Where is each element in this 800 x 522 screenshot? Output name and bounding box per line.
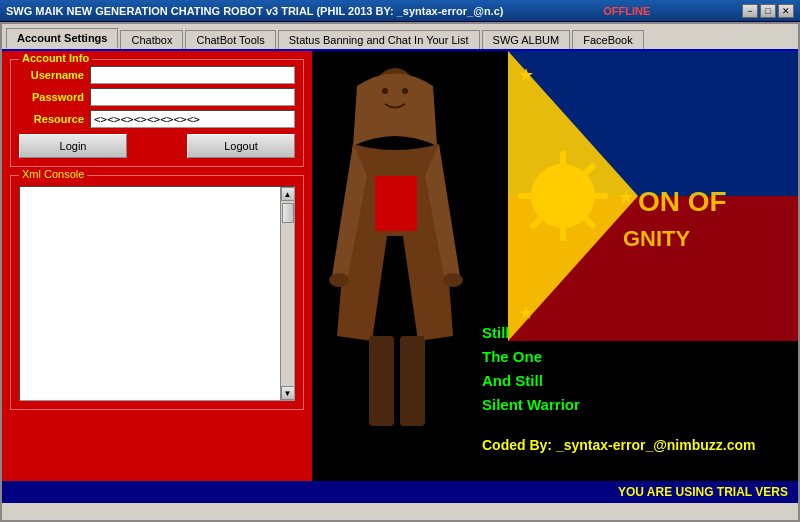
tab-account-settings[interactable]: Account Settings xyxy=(6,28,118,49)
svg-rect-16 xyxy=(590,193,608,199)
status-bar: YOU ARE USING TRIAL VERS xyxy=(2,481,798,503)
the-one-line: The One xyxy=(482,345,580,369)
svg-rect-3 xyxy=(369,336,394,426)
svg-text:★: ★ xyxy=(618,187,634,207)
account-info-label: Account Info xyxy=(19,52,92,64)
silent-warrior-line: Silent Warrior xyxy=(482,393,580,417)
svg-point-6 xyxy=(382,88,388,94)
svg-point-1 xyxy=(329,273,349,287)
button-row: Login Logout xyxy=(19,134,295,158)
content-area: Account Info Username Password Resource … xyxy=(2,51,798,503)
title-bar-text: SWG MAIK NEW GENERATION CHATING ROBOT v3… xyxy=(6,5,503,17)
still-line: Still xyxy=(482,321,580,345)
resource-label: Resource xyxy=(19,113,84,125)
xml-console-label: Xml Console xyxy=(19,168,87,180)
tab-bar: Account Settings Chatbox ChatBot Tools S… xyxy=(2,24,798,51)
xml-console-box: Xml Console ▲ ▼ xyxy=(10,175,304,410)
philippine-logo: ★ ★ ★ ON OF GNITY xyxy=(508,51,798,341)
tab-chatbox[interactable]: Chatbox xyxy=(120,30,183,49)
tab-status-banning[interactable]: Status Banning and Chat In Your List xyxy=(278,30,480,49)
and-still-line: And Still xyxy=(482,369,580,393)
minimize-button[interactable]: − xyxy=(742,4,758,18)
title-bar-status: OFFLINE xyxy=(603,5,650,17)
svg-point-2 xyxy=(443,273,463,287)
xml-textarea-wrapper: ▲ ▼ xyxy=(19,186,295,401)
tab-facebook[interactable]: FaceBook xyxy=(572,30,644,49)
resource-row: Resource xyxy=(19,110,295,128)
tab-chatbot-tools[interactable]: ChatBot Tools xyxy=(185,30,275,49)
svg-text:ON OF: ON OF xyxy=(638,186,727,217)
title-bar: SWG MAIK NEW GENERATION CHATING ROBOT v3… xyxy=(0,0,800,22)
xml-scrollbar: ▲ ▼ xyxy=(280,187,294,400)
scroll-up-arrow[interactable]: ▲ xyxy=(281,187,295,201)
tab-swg-album[interactable]: SWG ALBUM xyxy=(482,30,571,49)
image-text-overlay: Still The One And Still Silent Warrior xyxy=(482,321,580,417)
svg-text:★: ★ xyxy=(518,303,534,323)
svg-rect-18 xyxy=(560,223,566,241)
username-row: Username xyxy=(19,66,295,84)
resource-input[interactable] xyxy=(90,110,295,128)
coded-by-text: Coded By: _syntax-error_@nimbuzz.com xyxy=(482,437,756,453)
account-info-box: Account Info Username Password Resource … xyxy=(10,59,304,167)
svg-rect-20 xyxy=(518,193,536,199)
close-button[interactable]: ✕ xyxy=(778,4,794,18)
svg-text:★: ★ xyxy=(518,65,534,85)
password-row: Password xyxy=(19,88,295,106)
scroll-down-arrow[interactable]: ▼ xyxy=(281,386,295,400)
scroll-thumb[interactable] xyxy=(282,203,294,223)
main-window: Account Settings Chatbox ChatBot Tools S… xyxy=(0,22,800,522)
left-panel: Account Info Username Password Resource … xyxy=(2,51,312,503)
username-label: Username xyxy=(19,69,84,81)
login-button[interactable]: Login xyxy=(19,134,127,158)
password-input[interactable] xyxy=(90,88,295,106)
username-input[interactable] xyxy=(90,66,295,84)
svg-rect-13 xyxy=(560,151,566,169)
maximize-button[interactable]: □ xyxy=(760,4,776,18)
status-bar-text: YOU ARE USING TRIAL VERS xyxy=(618,485,788,499)
password-label: Password xyxy=(19,91,84,103)
xml-console-textarea[interactable] xyxy=(20,187,280,400)
svg-rect-4 xyxy=(400,336,425,426)
logout-button[interactable]: Logout xyxy=(187,134,295,158)
svg-text:GNITY: GNITY xyxy=(623,226,691,251)
svg-rect-5 xyxy=(375,176,417,231)
title-bar-controls: − □ ✕ xyxy=(742,4,794,18)
svg-point-7 xyxy=(402,88,408,94)
right-panel: ★ ★ ★ ON OF GNITY Still The One And Stil… xyxy=(312,51,798,503)
person-figure xyxy=(317,56,477,446)
